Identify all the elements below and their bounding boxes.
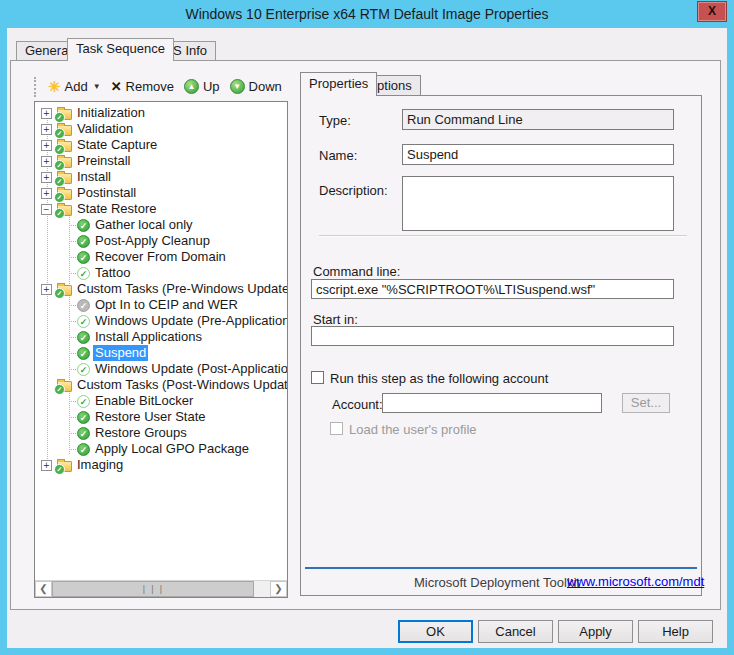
help-button[interactable]: Help xyxy=(638,620,713,643)
tree-item[interactable]: + Preinstall xyxy=(35,153,287,169)
tree-item[interactable]: + Validation xyxy=(35,121,287,137)
tree-item[interactable]: Gather local only xyxy=(35,217,287,233)
mdt-divider-line xyxy=(305,567,697,569)
folder-icon xyxy=(57,141,72,152)
load-profile-label: Load the user's profile xyxy=(349,422,477,437)
ok-button[interactable]: OK xyxy=(398,620,473,643)
tree-item[interactable]: Windows Update (Post-Application Install… xyxy=(35,361,287,377)
tab-properties[interactable]: Properties xyxy=(300,72,377,96)
dialog-window: Windows 10 Enterprise x64 RTM Default Im… xyxy=(0,0,734,655)
type-label: Type: xyxy=(319,113,351,128)
check-icon xyxy=(77,315,90,328)
expander-icon[interactable]: + xyxy=(41,156,52,167)
chevron-down-icon: ▼ xyxy=(93,82,101,91)
folder-icon xyxy=(57,189,72,200)
apply-button[interactable]: Apply xyxy=(558,620,633,643)
start-in-field[interactable] xyxy=(311,326,674,346)
expander-icon[interactable]: + xyxy=(41,124,52,135)
tree-toolbar: ✳ Add ▼ ✕ Remove ▲ Up ▼ Down xyxy=(34,74,288,99)
command-line-field[interactable] xyxy=(311,279,674,299)
folder-icon xyxy=(57,125,72,136)
title-bar[interactable]: Windows 10 Enterprise x64 RTM Default Im… xyxy=(0,0,734,28)
folder-icon xyxy=(57,109,72,120)
scroll-left-icon[interactable]: ❮ xyxy=(35,581,52,597)
tree-item[interactable]: − State Restore xyxy=(35,201,287,217)
check-icon xyxy=(77,267,90,280)
tree-item[interactable]: Custom Tasks (Post-Windows Update) xyxy=(35,377,287,393)
tree-item[interactable]: Restore Groups xyxy=(35,425,287,441)
tree-item-label: Initialization xyxy=(75,105,147,121)
tree-item[interactable]: Restore User State xyxy=(35,409,287,425)
tree-item-label: Gather local only xyxy=(93,217,195,233)
tree-item[interactable]: Tattoo xyxy=(35,265,287,281)
remove-button[interactable]: ✕ Remove xyxy=(106,77,179,96)
expander-icon[interactable]: + xyxy=(41,188,52,199)
folder-icon xyxy=(57,157,72,168)
cancel-button[interactable]: Cancel xyxy=(478,620,553,643)
tree-item[interactable]: + Custom Tasks (Pre-Windows Update) xyxy=(35,281,287,297)
tree-item-label: Validation xyxy=(75,121,135,137)
tree-item-label: State Restore xyxy=(75,201,159,217)
dialog-client-area: General Task Sequence OS Info ✳ Add ▼ ✕ … xyxy=(7,28,727,648)
tree-item-label: Apply Local GPO Package xyxy=(93,441,251,457)
tree-item[interactable]: Install Applications xyxy=(35,329,287,345)
tree-item-label: Windows Update (Post-Application Install… xyxy=(93,361,288,377)
name-label: Name: xyxy=(319,148,357,163)
scrollbar-thumb[interactable]: ❘❘❘ xyxy=(52,581,254,597)
folder-icon xyxy=(57,173,72,184)
expander-icon[interactable]: + xyxy=(41,140,52,151)
account-label: Account: xyxy=(332,397,383,412)
start-in-label: Start in: xyxy=(313,312,358,327)
tree-item-label: Enable BitLocker xyxy=(93,393,195,409)
description-field[interactable] xyxy=(402,176,674,231)
expander-icon[interactable]: + xyxy=(41,284,52,295)
tree-item[interactable]: Opt In to CEIP and WER xyxy=(35,297,287,313)
expander-icon[interactable]: + xyxy=(41,460,52,471)
check-icon xyxy=(77,347,90,360)
tree-item-label: Post-Apply Cleanup xyxy=(93,233,212,249)
run-as-label: Run this step as the following account xyxy=(330,371,548,386)
tree-item[interactable]: Suspend xyxy=(35,345,287,361)
separator xyxy=(319,235,687,237)
run-as-checkbox[interactable] xyxy=(311,371,324,384)
horizontal-scrollbar[interactable]: ❮ ❘❘❘ ❯ xyxy=(35,580,287,597)
properties-panel: Type: Name: Description: Command line: S… xyxy=(300,95,702,596)
remove-x-icon: ✕ xyxy=(111,80,122,94)
name-field[interactable] xyxy=(402,144,674,165)
tree-item[interactable]: Recover From Domain xyxy=(35,249,287,265)
down-button[interactable]: ▼ Down xyxy=(225,77,287,96)
add-button-label: Add xyxy=(65,79,88,94)
tree-item[interactable]: + Imaging xyxy=(35,457,287,473)
scrollbar-track[interactable] xyxy=(254,581,270,597)
set-button: Set... xyxy=(622,393,670,413)
check-icon xyxy=(77,251,90,264)
tree-item[interactable]: Windows Update (Pre-Application Installa… xyxy=(35,313,287,329)
tree-item-label: Imaging xyxy=(75,457,125,473)
check-icon xyxy=(77,395,90,408)
tab-task-sequence[interactable]: Task Sequence xyxy=(67,38,174,61)
window-title: Windows 10 Enterprise x64 RTM Default Im… xyxy=(0,6,734,22)
tree-item-label: Install xyxy=(75,169,113,185)
down-button-label: Down xyxy=(249,79,282,94)
mdt-footer-link[interactable]: www.microsoft.com/mdt xyxy=(567,574,704,589)
close-button[interactable]: X xyxy=(697,1,727,22)
add-button[interactable]: ✳ Add ▼ xyxy=(43,77,106,96)
expander-icon[interactable]: − xyxy=(41,204,52,215)
up-button[interactable]: ▲ Up xyxy=(179,77,225,96)
scroll-right-icon[interactable]: ❯ xyxy=(270,581,287,597)
task-sequence-tree: + Initialization + Validation + State Ca… xyxy=(34,101,288,598)
tree-item[interactable]: + Install xyxy=(35,169,287,185)
mdt-footer-text: Microsoft Deployment Toolkit xyxy=(414,575,580,590)
folder-icon xyxy=(57,205,72,216)
tree-item[interactable]: Post-Apply Cleanup xyxy=(35,233,287,249)
tree-item[interactable]: Apply Local GPO Package xyxy=(35,441,287,457)
tree-item[interactable]: Enable BitLocker xyxy=(35,393,287,409)
expander-icon[interactable]: + xyxy=(41,172,52,183)
tree-item[interactable]: + State Capture xyxy=(35,137,287,153)
check-icon xyxy=(77,219,90,232)
tree-item[interactable]: + Postinstall xyxy=(35,185,287,201)
arrow-up-icon: ▲ xyxy=(184,79,199,94)
tree-item[interactable]: + Initialization xyxy=(35,105,287,121)
tree-item-label: Custom Tasks (Post-Windows Update) xyxy=(75,377,288,393)
expander-icon[interactable]: + xyxy=(41,108,52,119)
